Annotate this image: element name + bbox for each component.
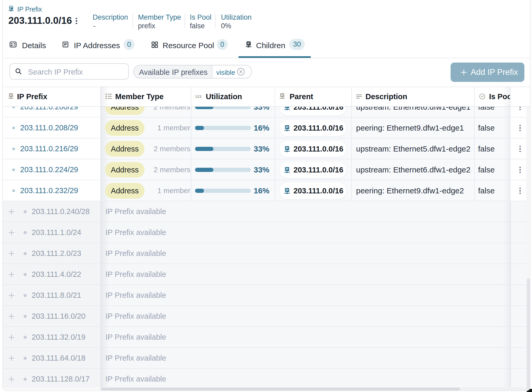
svg-text:IP: IP: [281, 94, 284, 97]
svg-text:IP: IP: [247, 42, 250, 45]
svg-text:IP: IP: [286, 167, 288, 171]
svg-text:IP: IP: [64, 43, 67, 46]
svg-text:IP: IP: [286, 126, 288, 129]
svg-text:IP: IP: [286, 147, 288, 150]
svg-text:123: 123: [195, 94, 202, 99]
svg-text:IP: IP: [286, 188, 288, 192]
svg-text:IP: IP: [10, 94, 12, 97]
